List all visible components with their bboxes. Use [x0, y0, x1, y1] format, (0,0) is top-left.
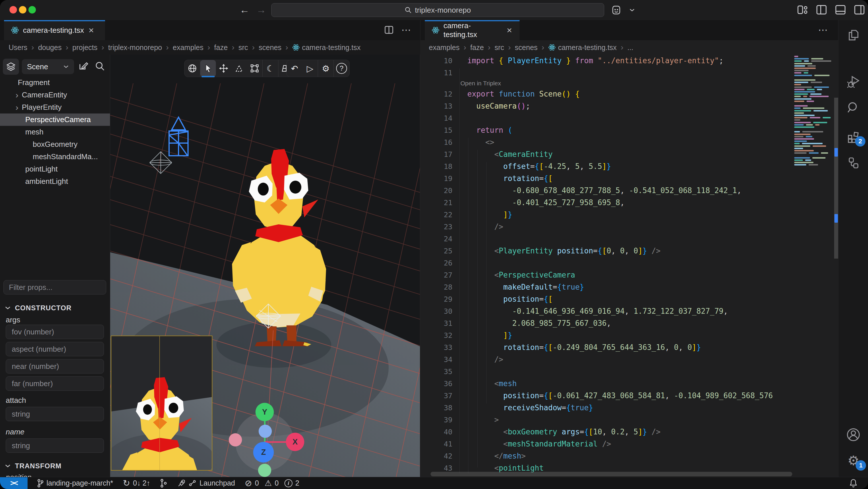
attach-input[interactable] — [6, 407, 104, 421]
arg-input-fov[interactable] — [6, 325, 104, 339]
problems-item[interactable]: ⊘ 0 ⚠ 0 i 2 — [245, 478, 299, 488]
editor-vertical-scrollbar[interactable] — [834, 55, 838, 477]
layers-panel-button[interactable] — [3, 59, 19, 75]
tree-item-meshstandardma[interactable]: meshStandardMa... — [0, 150, 110, 163]
chevron-right-icon[interactable]: › — [16, 90, 19, 100]
gizmo-y-neg-ball[interactable] — [258, 464, 271, 477]
chevron-right-icon[interactable]: › — [16, 103, 19, 112]
3d-viewport[interactable]: ☾ ↶ ▷ ⚙ ? — [110, 55, 420, 477]
tree-item-ambientlight[interactable]: ambientLight — [0, 175, 110, 188]
theme-toggle-button[interactable]: ☾ — [262, 60, 278, 77]
breadcrumb-item[interactable]: triplex-monorepo — [108, 44, 162, 52]
breadcrumb-item[interactable]: faze — [214, 44, 228, 52]
code-line-22: 22 ]} — [420, 209, 792, 221]
undo-button[interactable]: ↶ — [287, 60, 302, 77]
git-branch-item[interactable]: landing-page-march* — [37, 479, 113, 488]
commit-graph-item[interactable] — [160, 479, 167, 488]
breadcrumb-item[interactable]: faze — [470, 44, 484, 52]
line-number: 20 — [420, 186, 460, 195]
breadcrumb-item[interactable]: scenes — [515, 44, 538, 52]
editor-more-actions[interactable]: ⋯ — [401, 24, 412, 36]
gizmo-z-neg-ball[interactable] — [259, 425, 272, 438]
tree-item-fragment[interactable]: Fragment — [0, 77, 110, 89]
react-file-icon — [432, 26, 439, 34]
breadcrumb-item[interactable]: douges — [38, 44, 62, 52]
breadcrumb-item[interactable]: examples — [429, 44, 460, 52]
search-view-button[interactable] — [838, 98, 868, 118]
back-button[interactable]: ← — [238, 3, 251, 16]
gizmo-z-ball[interactable]: Z — [253, 442, 274, 463]
arg-input-far[interactable] — [6, 376, 104, 391]
select-tool-button[interactable] — [200, 60, 216, 77]
remote-indicator[interactable]: >< — [0, 477, 28, 489]
run-debug-view-button[interactable] — [838, 72, 868, 92]
breadcrumb-item[interactable]: projects — [72, 44, 98, 52]
minimap[interactable] — [792, 55, 834, 477]
account-icon — [611, 5, 622, 16]
scale-tool-button[interactable] — [247, 60, 262, 77]
scene-selector[interactable]: Scene — [22, 59, 74, 74]
arg-input-near[interactable] — [6, 359, 104, 374]
git-sync-item[interactable]: ↻ 0↓ 2↑ — [123, 478, 150, 488]
gizmo-x-neg-ball[interactable] — [229, 433, 242, 447]
explorer-view-button[interactable] — [838, 25, 868, 46]
breadcrumb-item[interactable]: camera-testing.tsx — [292, 44, 361, 52]
help-icon: ? — [336, 63, 347, 74]
tree-item-perspectivecamera[interactable]: PerspectiveCamera — [0, 114, 110, 126]
notifications-bell[interactable] — [848, 478, 858, 488]
breadcrumb-item[interactable]: ... — [627, 44, 633, 52]
toggle-panel-left-icon[interactable] — [816, 5, 827, 15]
settings-button[interactable]: ⚙ 1 — [838, 451, 868, 470]
editor-horizontal-scrollbar[interactable] — [431, 472, 792, 477]
editor-more-actions[interactable]: ⋯ — [818, 24, 828, 36]
edit-scene-button[interactable] — [78, 61, 88, 71]
command-center-search[interactable]: triplex-monorepo — [271, 3, 604, 17]
translate-tool-button[interactable] — [216, 60, 231, 77]
minimize-window-button[interactable] — [19, 6, 26, 13]
toggle-panel-bottom-icon[interactable] — [835, 5, 846, 15]
gizmo-x-ball[interactable]: X — [286, 433, 304, 451]
search-scene-button[interactable] — [95, 61, 105, 71]
extensions-view-button[interactable]: 2 — [838, 127, 868, 147]
tab-close-icon[interactable]: × — [88, 26, 94, 35]
split-editor-icon[interactable] — [384, 25, 394, 34]
breadcrumb-item[interactable]: camera-testing.tsx — [548, 44, 617, 52]
tab-right-camera-testing[interactable]: camera-testing.tsx × — [425, 20, 520, 40]
hierarchy-view-button[interactable] — [838, 153, 868, 173]
name-input[interactable] — [6, 438, 104, 453]
tree-item-cameraentity[interactable]: ›CameraEntity — [0, 89, 110, 101]
transform-section-header[interactable]: TRANSFORM — [5, 462, 61, 470]
breadcrumb-item[interactable]: Users — [9, 44, 27, 52]
rotate-icon — [235, 64, 244, 73]
tree-item-boxgeometry[interactable]: boxGeometry — [0, 138, 110, 150]
codelens-open-in-triplex[interactable]: Open in Triplex — [460, 80, 501, 87]
tree-item-mesh[interactable]: mesh — [0, 126, 110, 138]
world-space-button[interactable] — [185, 60, 200, 77]
toggle-panel-right-icon[interactable] — [854, 5, 865, 15]
play-button[interactable]: ▷ — [302, 60, 318, 77]
breadcrumb-item[interactable]: src — [239, 44, 248, 52]
launchpad-item[interactable]: Launchpad — [177, 479, 235, 488]
accounts-button[interactable] — [838, 425, 868, 445]
maximize-window-button[interactable] — [28, 6, 36, 13]
tree-item-pointlight[interactable]: pointLight — [0, 163, 110, 175]
files-icon — [847, 29, 860, 42]
profile-menu[interactable] — [611, 5, 635, 16]
tab-left-camera-testing[interactable]: camera-testing.tsx × — [4, 20, 105, 40]
rotate-tool-button[interactable] — [231, 60, 247, 77]
forward-button[interactable]: → — [255, 3, 268, 16]
filter-props-input[interactable] — [3, 280, 106, 294]
customize-layout-icon[interactable] — [797, 5, 808, 15]
help-button[interactable]: ? — [334, 60, 349, 77]
gizmo-y-ball[interactable]: Y — [255, 403, 274, 421]
tree-item-playerentity[interactable]: ›PlayerEntity — [0, 101, 110, 114]
breadcrumb-item[interactable]: examples — [173, 44, 204, 52]
close-window-button[interactable] — [9, 6, 17, 13]
breadcrumb-item[interactable]: src — [495, 44, 504, 52]
viewport-settings-button[interactable]: ⚙ — [318, 60, 334, 77]
breadcrumb-item[interactable]: scenes — [259, 44, 281, 52]
constructor-section-header[interactable]: CONSTRUCTOR — [5, 304, 71, 312]
tab-close-icon[interactable]: × — [506, 26, 513, 35]
arg-input-aspect[interactable] — [6, 342, 104, 356]
code-editor[interactable]: 10import { PlayerEntity } from "../entit… — [420, 55, 838, 477]
